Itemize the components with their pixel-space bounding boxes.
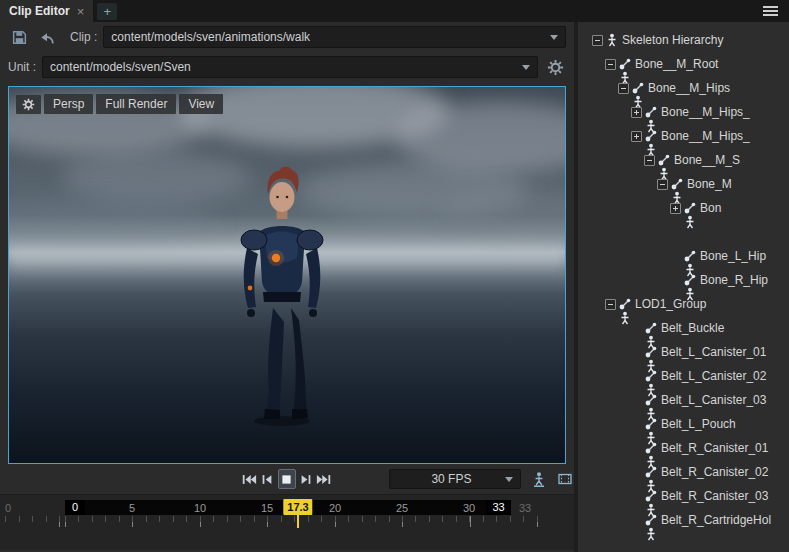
full-render-button[interactable]: Full Render [96, 94, 176, 114]
tree-item[interactable]: Belt_R_Canister_02 [578, 460, 789, 484]
unit-select[interactable]: content/models/sven/Sven [42, 56, 538, 78]
bone-icon [644, 489, 658, 503]
character-pose-toggle-button[interactable] [530, 469, 547, 489]
tree-item[interactable]: Bone__M_Hips [578, 76, 789, 100]
viewport[interactable]: Persp Full Render View [8, 86, 566, 464]
tree-item[interactable]: Belt_R_Canister_01 [578, 436, 789, 460]
timeline-min-label: 0 [5, 502, 11, 514]
chevron-down-icon [550, 35, 558, 40]
unit-settings-button[interactable] [544, 56, 566, 78]
save-button[interactable] [8, 26, 30, 48]
step-forward-icon [299, 473, 313, 486]
node-icon [618, 57, 632, 71]
bone-icon [644, 417, 658, 431]
skip-to-start-button[interactable] [240, 469, 258, 489]
tree-item[interactable]: Belt_Buckle [578, 316, 789, 340]
panel-menu-button[interactable] [761, 2, 780, 20]
node-icon [670, 177, 684, 191]
clip-label: Clip : [70, 30, 97, 44]
viewport-scene [9, 87, 565, 463]
tree-item[interactable]: Bone__M_S [578, 148, 789, 172]
clip-select[interactable]: content/models/sven/animations/walk [103, 26, 566, 48]
tree-item-label: Belt_R_Canister_01 [661, 441, 768, 455]
tree-item-label: Bone__M_Hips_ [661, 129, 750, 143]
clip-end-label: 33 [486, 500, 511, 515]
tree-expander-icon[interactable] [644, 155, 655, 166]
clip-toolbar: Clip : content/models/sven/animations/wa… [0, 22, 574, 52]
clip-editor-window: Clip Editor × + [0, 0, 789, 552]
fps-select[interactable]: 30 FPS [389, 469, 521, 489]
tree-expander-icon[interactable] [618, 83, 629, 94]
tree-expander-icon[interactable] [631, 131, 642, 142]
node-icon [618, 297, 632, 311]
step-back-icon [260, 473, 274, 486]
tree-item[interactable]: Bone_M [578, 172, 789, 196]
tree-expander-icon[interactable] [605, 59, 616, 70]
tree-item-label: LOD1_Group [635, 297, 706, 311]
tree-item-label: Belt_R_CartridgeHol [661, 513, 771, 527]
fps-select-value: 30 FPS [397, 472, 505, 486]
tab-label: Clip Editor [9, 4, 70, 18]
viewport-toolbar: Persp Full Render View [16, 94, 223, 114]
bone-icon [644, 321, 658, 335]
tree-item[interactable]: Belt_L_Pouch [578, 412, 789, 436]
step-back-button[interactable] [258, 469, 276, 489]
node-icon [644, 465, 658, 479]
stop-button[interactable] [278, 469, 296, 489]
tree-item[interactable]: Bone__M_Hips_ [578, 100, 789, 124]
tree-item[interactable]: Belt_L_Canister_01 [578, 340, 789, 364]
bone-icon [644, 441, 658, 455]
persp-button[interactable]: Persp [44, 94, 93, 114]
tree-item[interactable]: Belt_L_Canister_02 [578, 364, 789, 388]
tree-item-label: Bone_L_Hip [700, 249, 766, 263]
clip-select-value: content/models/sven/animations/walk [111, 30, 550, 44]
playhead-frame-label[interactable]: 17.3 [283, 499, 312, 515]
tree-item-label: Bone_R_Hip [700, 273, 768, 287]
undo-button[interactable] [36, 26, 58, 48]
tree-expander-icon[interactable] [657, 179, 668, 190]
bone-icon [644, 129, 658, 143]
node-icon [644, 345, 658, 359]
timeline-tick-label: 10 [194, 502, 206, 514]
tree-item-label: Belt_Buckle [661, 321, 724, 335]
camera-film-toggle-button[interactable] [557, 469, 574, 489]
skip-to-end-icon [316, 473, 332, 486]
tree-expander-icon[interactable] [605, 299, 616, 310]
node-icon [644, 489, 658, 503]
plus-icon: + [103, 5, 111, 18]
tree-item[interactable]: Bone_L_Hip [578, 244, 789, 268]
bone-icon [683, 273, 697, 287]
bone-icon [644, 369, 658, 383]
tree-expander-icon[interactable] [592, 35, 603, 46]
unit-label: Unit : [8, 60, 36, 74]
viewport-settings-button[interactable] [16, 95, 41, 114]
tree-item[interactable]: Belt_R_Canister_03 [578, 484, 789, 508]
skip-to-start-icon [241, 473, 257, 486]
new-tab-button[interactable]: + [97, 3, 117, 20]
tree-expander-icon[interactable] [631, 107, 642, 118]
film-icon [557, 471, 573, 487]
tree-item[interactable]: Belt_L_Canister_03 [578, 388, 789, 412]
gear-icon [22, 98, 35, 111]
tree-item-label: Skeleton Hierarchy [622, 33, 723, 47]
tree-item[interactable]: Skeleton Hierarchy [578, 28, 789, 52]
node-icon [644, 321, 658, 335]
tree-item[interactable]: Belt_R_CartridgeHol [578, 508, 789, 532]
tree-expander-icon[interactable] [670, 203, 681, 214]
save-icon [11, 29, 28, 46]
timeline[interactable]: 0 0 5 10 15 20 25 30 33 33 17.3 [0, 494, 574, 550]
step-forward-button[interactable] [297, 469, 315, 489]
tree-item-label: Bone_M [687, 177, 732, 191]
view-button[interactable]: View [179, 94, 223, 114]
tree-item-label: Bone__M_Hips [648, 81, 730, 95]
bone-icon [657, 153, 671, 167]
skip-to-end-button[interactable] [315, 469, 333, 489]
tab-clip-editor[interactable]: Clip Editor × [0, 0, 93, 22]
close-icon[interactable]: × [77, 5, 85, 18]
tree-item-label: Belt_L_Canister_03 [661, 393, 766, 407]
bone-icon [618, 297, 632, 311]
node-icon [683, 201, 697, 215]
tree-item-label: Belt_R_Canister_03 [661, 489, 768, 503]
tree-item[interactable]: Bone__M_Root [578, 52, 789, 76]
tree-item[interactable]: Bone__M_Hips_ [578, 124, 789, 148]
